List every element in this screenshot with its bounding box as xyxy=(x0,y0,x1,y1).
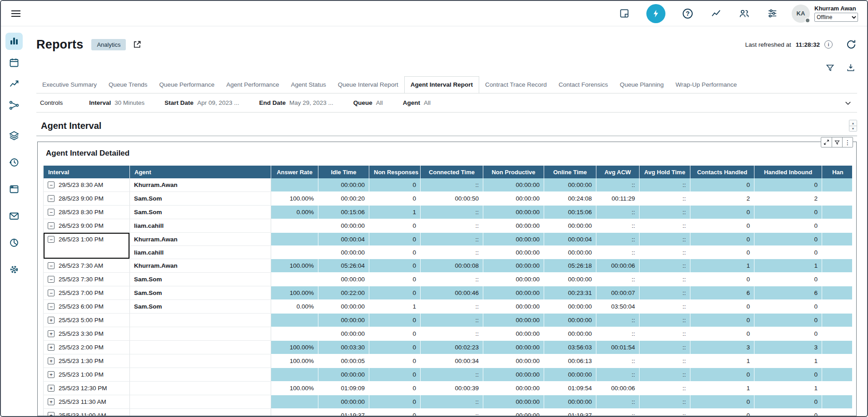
scroll-up-icon[interactable]: ▲ xyxy=(849,120,857,126)
scroll-down-icon[interactable]: ▼ xyxy=(849,126,857,131)
expand-row-icon[interactable]: + xyxy=(48,385,55,392)
expand-row-icon[interactable]: + xyxy=(48,344,55,351)
expand-row-icon[interactable]: + xyxy=(48,371,55,378)
layers-icon[interactable] xyxy=(5,127,23,144)
data-cell: 00:00:00 xyxy=(544,327,596,341)
interval-cell[interactable]: −26/5/23 9:00 PM xyxy=(44,219,130,233)
lightning-bolt-icon[interactable] xyxy=(646,4,665,23)
column-header-online-time[interactable]: Online Time xyxy=(544,166,596,178)
interval-cell[interactable]: −25/5/23 7:30 PM xyxy=(44,273,130,286)
info-icon[interactable]: i xyxy=(824,40,833,49)
interval-cell[interactable]: +25/5/23 1:30 PM xyxy=(44,354,130,368)
email-icon[interactable] xyxy=(5,207,23,225)
expand-row-icon[interactable]: + xyxy=(48,412,55,416)
tab-queue-planning[interactable]: Queue Planning xyxy=(614,77,670,93)
control-agent[interactable]: AgentAll xyxy=(403,99,431,106)
column-header-non-responses[interactable]: Non Responses xyxy=(369,166,421,178)
column-header-non-productive[interactable]: Non Productive xyxy=(483,166,544,178)
expand-row-icon[interactable]: + xyxy=(48,358,55,364)
interval-cell[interactable]: +25/5/23 11:00 AM xyxy=(44,409,130,416)
column-header-connected-time[interactable]: Connected Time xyxy=(421,166,483,178)
tab-queue-performance[interactable]: Queue Performance xyxy=(154,77,221,93)
tab-contact-forensics[interactable]: Contact Forensics xyxy=(553,77,614,93)
collapse-row-icon[interactable]: − xyxy=(48,209,55,216)
column-header-agent[interactable]: Agent xyxy=(130,166,271,178)
tab-agent-status[interactable]: Agent Status xyxy=(285,77,332,93)
column-header-handled-inbound[interactable]: Handled Inbound xyxy=(754,166,822,178)
tab-contract-trace-record[interactable]: Contract Trace Record xyxy=(479,77,553,93)
column-header-avg-acw[interactable]: Avg ACW xyxy=(596,166,640,178)
collapse-row-icon[interactable]: − xyxy=(48,303,55,310)
trend-chart-icon[interactable] xyxy=(5,75,23,93)
metrics-icon[interactable] xyxy=(710,8,722,20)
interval-cell[interactable]: −26/5/23 7:30 AM xyxy=(44,259,130,273)
interval-cell[interactable]: −28/5/23 8:30 PM xyxy=(44,206,130,219)
expand-row-icon[interactable]: + xyxy=(48,398,55,405)
tab-agent-interval-report[interactable]: Agent Interval Report xyxy=(404,76,479,93)
filter-icon[interactable] xyxy=(824,62,835,73)
settings-gear-icon[interactable] xyxy=(5,261,23,278)
history-icon[interactable] xyxy=(5,154,23,171)
collapse-row-icon[interactable]: − xyxy=(48,182,55,188)
tab-queue-trends[interactable]: Queue Trends xyxy=(103,77,154,93)
column-header-interval[interactable]: Interval xyxy=(44,166,130,178)
routing-icon[interactable] xyxy=(5,97,23,114)
collapse-row-icon[interactable]: − xyxy=(48,289,55,296)
expand-row-icon[interactable]: + xyxy=(48,317,55,324)
column-header-avg-hold-time[interactable]: Avg Hold Time xyxy=(640,166,690,178)
pie-chart-icon[interactable] xyxy=(5,234,23,251)
control-start-date[interactable]: Start DateApr 09, 2023 ... xyxy=(164,99,239,106)
column-header-han[interactable]: Han xyxy=(822,166,853,178)
collapse-row-icon[interactable]: − xyxy=(48,236,55,243)
browser-window-icon[interactable] xyxy=(5,181,23,198)
column-header-idle-time[interactable]: Idle Time xyxy=(318,166,369,178)
table-row: +25/5/23 11:00 AM01:19:370::00:00:0001:1… xyxy=(44,409,853,416)
interval-cell[interactable]: +25/5/23 11:30 AM xyxy=(44,395,130,409)
panel-filter-icon[interactable] xyxy=(832,137,842,147)
control-interval[interactable]: Interval30 Minutes xyxy=(89,99,144,106)
tab-wrap-up-performance[interactable]: Wrap-Up Performance xyxy=(670,77,743,93)
expand-row-icon[interactable]: + xyxy=(48,330,55,337)
help-icon[interactable]: ? xyxy=(682,8,694,20)
tab-agent-performance[interactable]: Agent Performance xyxy=(220,77,285,93)
table-row: +25/5/23 3:30 PM00:00:000::00:00:0000:00… xyxy=(44,327,853,341)
interval-cell[interactable]: +25/5/23 12:30 PM xyxy=(44,382,130,395)
control-queue[interactable]: QueueAll xyxy=(353,99,383,106)
table-row: −28/5/23 8:30 PMSam.Som0.00%00:15:061::0… xyxy=(44,206,853,219)
collapse-row-icon[interactable]: − xyxy=(48,222,55,229)
external-link-icon[interactable] xyxy=(132,39,142,49)
interval-cell[interactable]: +25/5/23 3:30 PM xyxy=(44,327,130,341)
collapse-row-icon[interactable]: − xyxy=(48,262,55,269)
calendar-icon[interactable] xyxy=(5,54,23,71)
agent-status-select[interactable]: Offline xyxy=(814,13,858,22)
notepad-icon[interactable] xyxy=(618,8,630,20)
interval-cell[interactable]: −29/5/23 8:30 AM xyxy=(44,178,130,192)
user-block: KA Khurram Awan Offline xyxy=(792,5,858,23)
collapse-row-icon[interactable]: − xyxy=(48,276,55,283)
download-icon[interactable] xyxy=(845,62,856,73)
tab-executive-summary[interactable]: Executive Summary xyxy=(36,77,103,93)
avatar[interactable]: KA xyxy=(792,5,810,23)
column-header-contacts-handled[interactable]: Contacts Handled xyxy=(690,166,754,178)
control-end-date[interactable]: End DateMay 29, 2023 ... xyxy=(259,99,333,106)
chevron-down-icon[interactable] xyxy=(843,98,853,108)
interval-cell[interactable]: −25/5/23 7:00 PM xyxy=(44,286,130,300)
sliders-icon[interactable] xyxy=(766,8,778,20)
people-icon[interactable] xyxy=(738,8,750,20)
tab-queue-interval-report[interactable]: Queue Interval Report xyxy=(332,77,404,93)
collapse-row-icon[interactable]: − xyxy=(48,195,55,202)
interval-cell[interactable]: +25/5/23 1:00 PM xyxy=(44,368,130,382)
expand-panel-icon[interactable] xyxy=(821,137,832,147)
interval-cell[interactable]: −28/5/23 9:00 PM xyxy=(44,192,130,206)
column-header-answer-rate[interactable]: Answer Rate xyxy=(271,166,318,178)
refresh-icon[interactable] xyxy=(845,39,857,50)
kebab-menu-icon[interactable]: ⋮ xyxy=(842,137,853,147)
analytics-badge[interactable]: Analytics xyxy=(91,39,126,50)
interval-cell[interactable]: +25/5/23 5:00 PM xyxy=(44,314,130,327)
interval-cell[interactable]: −26/5/23 1:00 PM xyxy=(44,233,130,259)
hamburger-menu-icon[interactable] xyxy=(8,6,24,21)
bar-chart-icon[interactable] xyxy=(5,33,23,50)
data-cell: :: xyxy=(596,273,640,286)
interval-cell[interactable]: +25/5/23 2:00 PM xyxy=(44,341,130,354)
interval-cell[interactable]: −25/5/23 6:00 PM xyxy=(44,300,130,314)
